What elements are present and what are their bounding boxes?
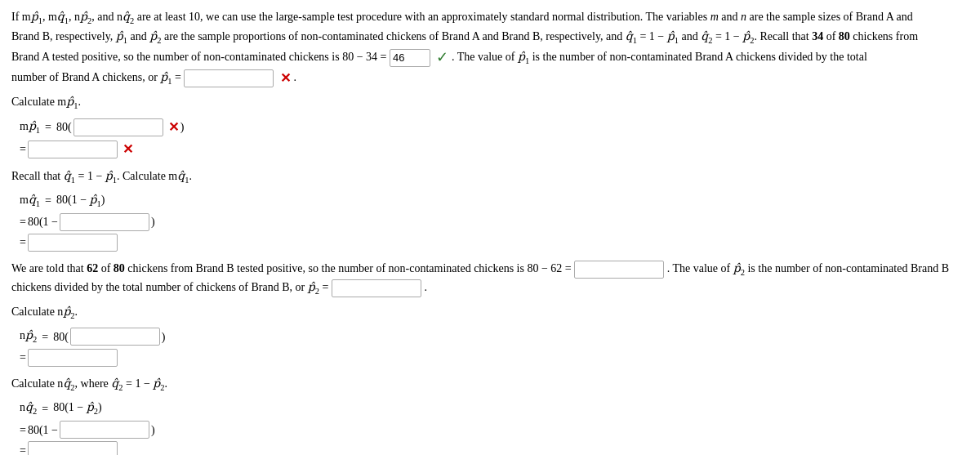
nq2-formula-line1: nq̂2 = 80(1 − p̂2) <box>20 399 969 418</box>
nq2-eq-label: nq̂2 <box>20 399 37 418</box>
nq2-eq2: = <box>20 422 26 439</box>
mq1-formula-line2: = 80(1 − ) <box>20 213 969 231</box>
nq2-result-input[interactable] <box>28 441 118 455</box>
p-hat-2-input[interactable] <box>332 279 421 297</box>
mp1-formula-line2: = ✕ <box>20 140 969 159</box>
section-mp1: Calculate mp̂1. mp̂1 = 80( ✕ ) = ✕ <box>11 93 969 159</box>
brand-b-paragraph: We are told that 62 of 80 chickens from … <box>11 260 969 298</box>
intro-line2: Brand B, respectively, p̂1 and p̂2 are t… <box>11 30 918 42</box>
mq1-label: Recall that q̂1 = 1 − p̂1. Calculate mq̂… <box>11 167 969 187</box>
brand-b-text3: chickens divided by the total number of … <box>11 281 328 293</box>
mq1-80: 80(1 − <box>28 213 58 230</box>
intro-paragraph: If mp̂1, mq̂1, np̂2, and nq̂2 are at lea… <box>11 8 969 88</box>
np2-inner-input[interactable] <box>70 328 160 346</box>
nq2-formula-line2: = 80(1 − ) <box>20 421 969 439</box>
np2-eq-label: np̂2 <box>20 327 37 346</box>
main-content: If mp̂1, mq̂1, np̂2, and nq̂2 are at lea… <box>11 8 969 455</box>
check-icon-a: ✓ <box>436 49 448 65</box>
mp1-inner-input[interactable] <box>74 118 163 136</box>
nq2-formula: 80(1 − p̂2) <box>53 399 101 418</box>
mq1-result-input[interactable] <box>28 234 118 252</box>
mq1-eq3: = <box>20 234 26 251</box>
x-icon-mp1: ✕ <box>168 118 179 137</box>
np2-close: ) <box>162 328 166 346</box>
nq2-inner-input[interactable] <box>60 421 149 439</box>
p-hat-1-input[interactable] <box>184 69 274 87</box>
mp1-close-paren: ) <box>180 118 185 136</box>
nq2-formula-line3: = <box>20 441 969 455</box>
np2-80: 80( <box>53 328 69 346</box>
mq1-eq-label: mq̂1 <box>20 191 40 211</box>
mp1-label: Calculate mp̂1. <box>11 93 969 113</box>
nq2-80: 80(1 − <box>28 422 58 439</box>
section-np2: Calculate np̂2. np̂2 = 80( ) = <box>11 303 969 367</box>
brand-b-text2: . The value of p̂2 is the number of non-… <box>667 262 949 274</box>
np2-formula-line2: = <box>20 349 969 367</box>
non-contaminated-b-input[interactable] <box>574 261 664 279</box>
mq1-close: ) <box>151 213 155 230</box>
mq1-inner-input[interactable] <box>60 213 149 231</box>
mp1-result-input[interactable] <box>28 141 118 158</box>
intro-line4: number of Brand A chickens, or p̂1 = ✕ . <box>11 71 296 83</box>
non-contaminated-a-input[interactable] <box>390 49 430 67</box>
nq2-label: Calculate nq̂2, where q̂2 = 1 − p̂2. <box>11 375 969 395</box>
mp1-80: 80( <box>56 118 72 136</box>
section-nq2: Calculate nq̂2, where q̂2 = 1 − p̂2. nq̂… <box>11 375 969 455</box>
mq1-formula-line3: = <box>20 234 969 252</box>
intro-line1: If mp̂1, mq̂1, np̂2, and nq̂2 are at lea… <box>11 11 913 23</box>
x-icon-mp1-2: ✕ <box>122 140 133 159</box>
np2-formula-line1: np̂2 = 80( ) <box>20 327 969 346</box>
np2-result-input[interactable] <box>28 349 118 367</box>
nq2-close: ) <box>151 422 155 439</box>
intro-line3: Brand A tested positive, so the number o… <box>11 51 867 63</box>
nq2-eq3: = <box>20 442 26 455</box>
np2-label: Calculate np̂2. <box>11 303 969 323</box>
brand-b-period: . <box>424 281 427 293</box>
mp1-eq-label: mp̂1 <box>20 118 40 137</box>
mp1-eq2-label: = <box>20 141 26 158</box>
mq1-formula-line1: mq̂1 = 80(1 − p̂1) <box>20 191 969 211</box>
brand-b-text1: We are told that 62 of 80 chickens from … <box>11 262 574 274</box>
mq1-formula: 80(1 − p̂1) <box>56 191 105 211</box>
mp1-formula-line1: mp̂1 = 80( ✕ ) <box>20 118 969 137</box>
x-icon-1: ✕ <box>280 71 291 85</box>
np2-eq2: = <box>20 349 26 366</box>
section-mq1: Recall that q̂1 = 1 − p̂1. Calculate mq̂… <box>11 167 969 252</box>
mq1-eq2: = <box>20 213 26 230</box>
